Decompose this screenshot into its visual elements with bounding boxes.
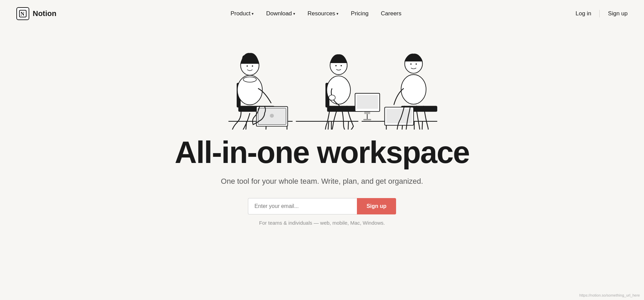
chevron-down-icon: ▾ [336, 12, 339, 16]
hero-subtitle: One tool for your whole team. Write, pla… [221, 177, 423, 186]
hero-cta: Sign up [248, 198, 396, 214]
logo-text: Notion [33, 9, 57, 18]
nav-resources[interactable]: Resources ▾ [308, 10, 339, 17]
nav-download[interactable]: Download ▾ [266, 10, 295, 17]
svg-point-49 [410, 63, 411, 65]
login-link[interactable]: Log in [576, 10, 591, 17]
svg-point-47 [401, 75, 426, 104]
svg-point-37 [341, 65, 342, 66]
navbar: N Notion Product ▾ Download ▾ Resources … [0, 0, 644, 27]
chevron-down-icon: ▾ [293, 12, 295, 16]
svg-rect-31 [364, 111, 370, 114]
nav-divider [599, 10, 600, 17]
hero-title: All-in-one workspace [175, 136, 469, 169]
email-input[interactable] [248, 198, 357, 214]
logo[interactable]: N Notion [16, 7, 57, 20]
chevron-down-icon: ▾ [252, 12, 254, 16]
hero-note: For teams & individuals — web, mobile, M… [259, 220, 385, 226]
url-bar: https://notion.so/something_url_here [579, 293, 640, 297]
nav-center: Product ▾ Download ▾ Resources ▾ Pricing… [231, 10, 402, 17]
hero-section: All-in-one workspace One tool for your w… [0, 27, 644, 239]
svg-text:N: N [20, 11, 25, 17]
logo-icon: N [16, 7, 29, 20]
svg-point-38 [329, 95, 335, 100]
svg-point-20 [243, 77, 256, 82]
hero-illustration [206, 34, 438, 130]
svg-rect-30 [357, 95, 378, 109]
svg-point-17 [242, 55, 247, 60]
svg-point-50 [415, 63, 417, 65]
svg-point-14 [270, 114, 274, 118]
svg-line-26 [347, 121, 348, 130]
svg-line-42 [421, 121, 422, 130]
nav-careers[interactable]: Careers [381, 10, 401, 17]
signup-button[interactable]: Sign up [357, 198, 396, 214]
svg-point-19 [252, 65, 253, 67]
nav-right: Log in Sign up [576, 10, 628, 17]
svg-rect-33 [363, 119, 371, 120]
nav-pricing[interactable]: Pricing [351, 10, 368, 17]
svg-point-18 [246, 65, 248, 67]
nav-signup-link[interactable]: Sign up [608, 10, 628, 17]
svg-point-36 [335, 65, 336, 66]
nav-product[interactable]: Product ▾ [231, 10, 254, 17]
